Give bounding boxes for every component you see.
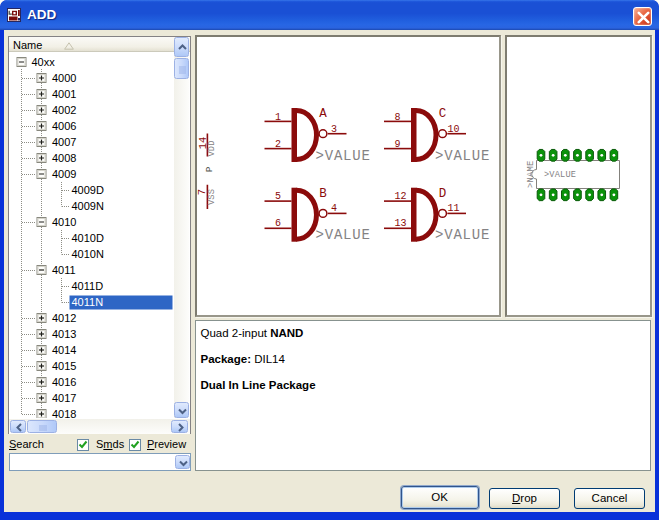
- svg-text:4017: 4017: [52, 392, 76, 404]
- svg-text:4012: 4012: [52, 312, 76, 324]
- svg-text:4002: 4002: [52, 104, 76, 116]
- svg-text:P: P: [204, 166, 215, 172]
- svg-text:8: 8: [395, 112, 401, 123]
- svg-text:4006: 4006: [52, 120, 76, 132]
- svg-text:4010N: 4010N: [72, 248, 104, 260]
- svg-text:4009D: 4009D: [72, 184, 104, 196]
- svg-text:1: 1: [275, 112, 281, 123]
- svg-text:13: 13: [395, 218, 407, 229]
- svg-text:4010: 4010: [52, 216, 76, 228]
- svg-text:B: B: [319, 187, 327, 201]
- svg-text:4001: 4001: [52, 88, 76, 100]
- svg-text:4009N: 4009N: [72, 200, 104, 212]
- svg-text:A: A: [319, 107, 327, 121]
- svg-text:>VALUE: >VALUE: [544, 170, 576, 180]
- svg-text:4008: 4008: [52, 152, 76, 164]
- svg-text:D: D: [439, 187, 447, 201]
- svg-text:4011D: 4011D: [72, 280, 104, 292]
- svg-text:>VALUE: >VALUE: [316, 148, 371, 164]
- svg-text:12: 12: [395, 191, 407, 202]
- svg-text:4014: 4014: [52, 344, 76, 356]
- svg-text:3: 3: [331, 124, 337, 135]
- svg-text:VDD: VDD: [207, 141, 217, 157]
- svg-text:6: 6: [275, 218, 281, 229]
- svg-text:>VALUE: >VALUE: [316, 227, 371, 243]
- svg-text:VSS: VSS: [207, 189, 217, 205]
- svg-text:4000: 4000: [52, 72, 76, 84]
- svg-text:>VALUE: >VALUE: [435, 148, 490, 164]
- svg-text:4007: 4007: [52, 136, 76, 148]
- svg-text:>VALUE: >VALUE: [435, 227, 490, 243]
- svg-text:4010D: 4010D: [72, 232, 104, 244]
- svg-text:4015: 4015: [52, 360, 76, 372]
- svg-text:9: 9: [395, 139, 401, 150]
- svg-text:2: 2: [275, 139, 281, 150]
- svg-text:4016: 4016: [52, 376, 76, 388]
- svg-text:4011N: 4011N: [72, 296, 104, 308]
- svg-text:4009: 4009: [52, 168, 76, 180]
- svg-text:11: 11: [447, 203, 459, 214]
- svg-text:4018: 4018: [52, 408, 76, 418]
- svg-text:4013: 4013: [52, 328, 76, 340]
- svg-text:40xx: 40xx: [32, 56, 56, 68]
- svg-text:C: C: [439, 107, 447, 121]
- svg-text:4: 4: [331, 203, 337, 214]
- svg-text:>NAME: >NAME: [525, 161, 535, 188]
- svg-text:4011: 4011: [52, 264, 76, 276]
- svg-text:5: 5: [275, 191, 281, 202]
- svg-text:10: 10: [447, 124, 459, 135]
